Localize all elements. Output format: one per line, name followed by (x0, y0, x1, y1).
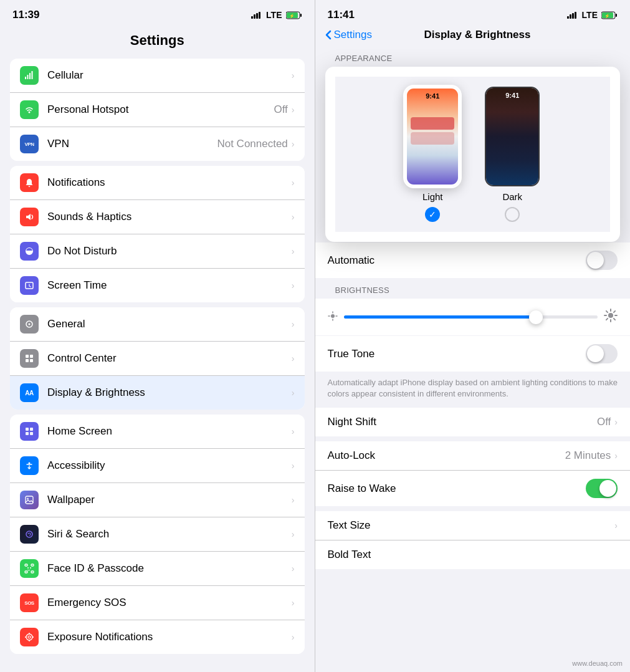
sidebar-item-display[interactable]: AA Display & Brightness › (10, 376, 305, 410)
boldtext-label: Bold Text (328, 549, 618, 561)
sidebar-item-notifications[interactable]: Notifications › (10, 166, 305, 200)
sidebar-item-accessibility[interactable]: Accessibility › (10, 449, 305, 483)
svg-rect-32 (31, 571, 34, 573)
raisetowake-item[interactable]: Raise to Wake (315, 471, 631, 506)
screentime-icon (20, 276, 39, 295)
raisetowake-label: Raise to Wake (328, 482, 586, 495)
faceid-chevron: › (292, 564, 295, 574)
sidebar-item-wallpaper[interactable]: Wallpaper › (10, 483, 305, 517)
settings-title: Settings (0, 26, 315, 59)
brightness-high-icon (604, 309, 618, 325)
notifications-icon (20, 173, 39, 192)
svg-point-33 (27, 567, 29, 569)
back-button[interactable]: Settings (325, 29, 372, 41)
svg-rect-30 (31, 564, 34, 566)
sidebar-item-general[interactable]: General › (10, 307, 305, 342)
svg-rect-6 (300, 14, 302, 17)
textsize-item[interactable]: Text Size › (315, 511, 631, 540)
sidebar-item-screentime[interactable]: Screen Time › (10, 269, 305, 302)
automatic-item[interactable]: Automatic (315, 242, 631, 278)
dnd-label: Do Not Disturb (47, 245, 292, 257)
svg-text:⚡: ⚡ (289, 13, 295, 19)
customization-group: Home Screen › Accessibility › Wallpaper … (10, 415, 305, 654)
brightness-row (315, 299, 631, 335)
homescreen-label: Home Screen (47, 425, 292, 438)
svg-point-28 (26, 531, 32, 537)
sounds-icon (20, 208, 39, 226)
cellular-icon (20, 66, 39, 85)
wallpaper-label: Wallpaper (47, 494, 292, 506)
svg-rect-24 (30, 432, 33, 435)
sidebar-item-sos[interactable]: SOS Emergency SOS › (10, 586, 305, 620)
autolock-value: 2 Minutes (565, 449, 611, 462)
sidebar-item-cellular[interactable]: Cellular › (10, 59, 305, 93)
sidebar-item-vpn[interactable]: VPN VPN Not Connected › (10, 127, 305, 161)
dark-phone-preview: 9:41 (485, 87, 540, 186)
svg-rect-43 (572, 13, 574, 19)
light-label: Light (422, 191, 443, 202)
accessibility-chevron: › (292, 461, 295, 471)
svg-line-59 (606, 311, 608, 312)
homescreen-chevron: › (292, 426, 295, 436)
widget-pink-bar (411, 132, 454, 145)
boldtext-item[interactable]: Bold Text (315, 540, 631, 569)
svg-rect-44 (575, 12, 576, 19)
appearance-popup: 9:41 Light ✓ 9:41 Dark (325, 67, 621, 242)
dark-label: Dark (502, 191, 522, 202)
automatic-group: Automatic (315, 242, 631, 278)
sidebar-item-dnd[interactable]: Do Not Disturb › (10, 234, 305, 269)
svg-rect-26 (26, 496, 33, 504)
truetone-label: True Tone (328, 348, 586, 360)
autolock-item[interactable]: Auto-Lock 2 Minutes › (315, 441, 631, 471)
accessibility-icon (20, 456, 39, 475)
automatic-toggle[interactable] (586, 251, 618, 270)
svg-rect-21 (26, 428, 29, 431)
svg-marker-13 (26, 214, 31, 220)
general-label: General (47, 318, 292, 330)
right-battery-icon: ⚡ (601, 11, 618, 19)
faceid-label: Face ID & Passcode (47, 562, 292, 575)
svg-rect-1 (254, 14, 255, 19)
left-panel: 11:39 LTE ⚡ Settings Cellular (0, 0, 315, 672)
dark-appearance-option[interactable]: 9:41 Dark (485, 87, 540, 222)
light-radio[interactable]: ✓ (425, 207, 440, 222)
sidebar-item-controlcenter[interactable]: Control Center › (10, 342, 305, 376)
siri-chevron: › (292, 529, 295, 539)
svg-line-60 (614, 319, 615, 320)
exposure-label: Exposure Notifications (47, 631, 292, 643)
faceid-icon (20, 559, 39, 578)
brightness-slider[interactable] (344, 315, 598, 319)
sos-label: Emergency SOS (47, 597, 292, 609)
notifications-chevron: › (292, 178, 295, 188)
sidebar-item-hotspot[interactable]: Personal Hotspot Off › (10, 93, 305, 127)
battery-icon: ⚡ (286, 11, 302, 19)
svg-rect-10 (29, 73, 31, 79)
nightshift-item[interactable]: Night Shift Off › (315, 408, 631, 436)
sidebar-item-siri[interactable]: Siri & Search › (10, 517, 305, 552)
svg-point-36 (28, 636, 31, 638)
svg-rect-9 (27, 75, 29, 79)
lte-label: LTE (266, 10, 282, 20)
back-chevron-icon (325, 30, 332, 40)
dark-radio[interactable] (505, 207, 520, 222)
truetone-item[interactable]: True Tone (315, 336, 631, 372)
svg-point-27 (27, 498, 29, 500)
sidebar-item-homescreen[interactable]: Home Screen › (10, 415, 305, 449)
light-phone-widgets (411, 106, 454, 147)
raisetowake-toggle[interactable] (586, 479, 618, 498)
light-appearance-option[interactable]: 9:41 Light ✓ (405, 87, 460, 222)
nightshift-chevron: › (614, 417, 618, 427)
right-status-bar: 11:41 LTE ⚡ (315, 0, 631, 26)
sidebar-item-sounds[interactable]: Sounds & Haptics › (10, 200, 305, 234)
sidebar-item-faceid[interactable]: Face ID & Passcode › (10, 552, 305, 586)
cellular-label: Cellular (47, 69, 292, 82)
truetone-toggle[interactable] (586, 344, 618, 363)
sidebar-item-exposure[interactable]: Exposure Notifications › (10, 620, 305, 654)
brightness-thumb[interactable] (529, 310, 543, 324)
siri-icon (20, 525, 39, 544)
automatic-label: Automatic (328, 254, 586, 267)
screentime-chevron: › (292, 281, 295, 290)
wallpaper-icon (20, 491, 39, 509)
appearance-header: APPEARANCE (315, 49, 631, 67)
svg-rect-41 (567, 16, 569, 19)
